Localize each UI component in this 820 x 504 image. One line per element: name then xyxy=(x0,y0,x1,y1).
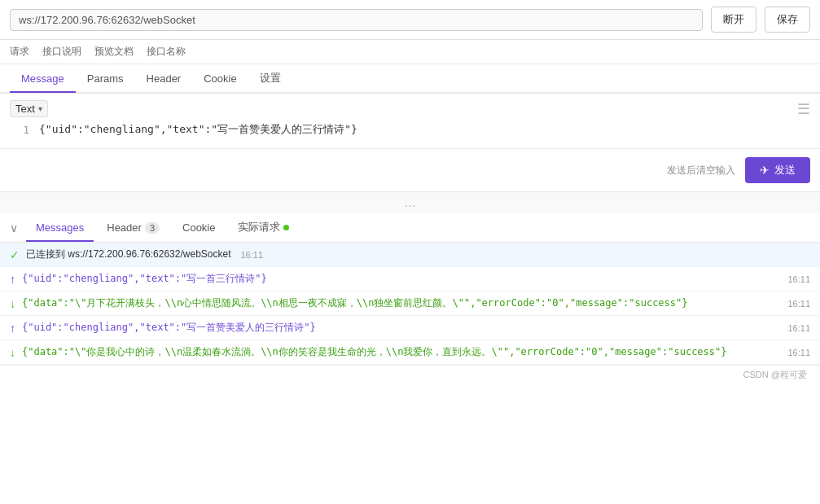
msg-time-0: 16:11 xyxy=(241,250,264,260)
footer-text: CSDN @程可爱 xyxy=(743,370,807,379)
message-row[interactable]: ↑ {"uid":"chengliang","text":"写一首三行情诗"} … xyxy=(0,267,820,291)
disconnect-button[interactable]: 断开 xyxy=(711,7,756,33)
send-label: 发送 xyxy=(774,163,796,177)
clear-label[interactable]: 发送后清空输入 xyxy=(667,164,735,177)
up-arrow-icon: ↑ xyxy=(10,322,15,335)
type-label: Text xyxy=(15,103,35,115)
msg-time-1: 16:11 xyxy=(787,274,810,284)
msg-time-2: 16:11 xyxy=(787,299,810,309)
messages-list: ✓ 已连接到 ws://172.200.96.76:62632/webSocke… xyxy=(0,243,820,365)
down-arrow-icon: ↓ xyxy=(10,297,15,310)
chevron-down-icon: ▾ xyxy=(38,104,42,113)
code-content[interactable]: {"uid":"chengliang","text":"写一首赞美爱人的三行情诗… xyxy=(39,122,357,137)
msg-content: {"data":"\"你是我心中的诗，\\n温柔如春水流淌。\\n你的笑容是我生… xyxy=(22,345,778,359)
message-area-wrapper: Text ▾ ☰ 1 {"uid":"chengliang","text":"写… xyxy=(0,94,820,149)
send-button[interactable]: ✈ 发送 xyxy=(745,157,810,183)
subnav-item-preview[interactable]: 预览文档 xyxy=(94,43,134,60)
collapse-icon[interactable]: ∨ xyxy=(10,221,18,234)
bottom-tab-messages[interactable]: Messages xyxy=(26,215,94,242)
subnav-item-description[interactable]: 接口说明 xyxy=(42,43,81,60)
url-bar: 断开 保存 xyxy=(0,0,820,40)
subnav-item-request[interactable]: 请求 xyxy=(10,43,29,60)
message-row[interactable]: ✓ 已连接到 ws://172.200.96.76:62632/webSocke… xyxy=(0,243,820,267)
url-input[interactable] xyxy=(10,9,703,31)
footer: CSDN @程可爱 xyxy=(0,365,820,384)
header-badge: 3 xyxy=(145,222,160,234)
format-icon[interactable]: ☰ xyxy=(797,100,810,118)
bottom-tab-cookie[interactable]: Cookie xyxy=(173,215,225,242)
msg-time-3: 16:11 xyxy=(787,323,810,333)
msg-time-4: 16:11 xyxy=(787,348,810,357)
code-line-1: 1 {"uid":"chengliang","text":"写一首赞美爱人的三行… xyxy=(10,117,810,142)
msg-content: {"uid":"chengliang","text":"写一首赞美爱人的三行情诗… xyxy=(22,321,778,335)
type-selector[interactable]: Text ▾ xyxy=(10,100,48,117)
message-row[interactable]: ↑ {"uid":"chengliang","text":"写一首赞美爱人的三行… xyxy=(0,316,820,340)
save-button[interactable]: 保存 xyxy=(765,7,810,33)
send-area: 发送后清空输入 ✈ 发送 xyxy=(0,149,820,191)
bottom-panel: ∨ Messages Header3 Cookie 实际请求 ✓ 已连接到 ws… xyxy=(0,213,820,365)
tab-header[interactable]: Header xyxy=(135,66,193,93)
bottom-tab-actual-request[interactable]: 实际请求 xyxy=(228,213,299,243)
line-number: 1 xyxy=(10,124,29,136)
bottom-tabs-row: ∨ Messages Header3 Cookie 实际请求 xyxy=(0,213,820,243)
tabs-row: Message Params Header Cookie 设置 xyxy=(0,64,820,94)
divider-dots: ... xyxy=(0,191,820,213)
check-icon: ✓ xyxy=(10,248,20,261)
sub-nav: 请求 接口说明 预览文档 接口名称 xyxy=(0,40,820,64)
bottom-tab-header[interactable]: Header3 xyxy=(97,215,169,242)
message-row[interactable]: ↓ {"data":"\"月下花开满枝头，\\n心中情思随风流。\\n相思一夜不… xyxy=(0,291,820,316)
tab-message[interactable]: Message xyxy=(10,66,76,93)
message-row[interactable]: ↓ {"data":"\"你是我心中的诗，\\n温柔如春水流淌。\\n你的笑容是… xyxy=(0,340,820,365)
up-arrow-icon: ↑ xyxy=(10,273,15,286)
tab-params[interactable]: Params xyxy=(76,66,135,93)
message-area: Text ▾ ☰ 1 {"uid":"chengliang","text":"写… xyxy=(0,94,820,149)
subnav-item-name[interactable]: 接口名称 xyxy=(147,43,186,60)
tab-settings[interactable]: 设置 xyxy=(248,64,292,94)
ws-url: ws://172.200.96.76:62632/webSocket xyxy=(68,248,230,260)
down-arrow-icon: ↓ xyxy=(10,346,15,359)
green-dot-icon xyxy=(283,225,289,230)
msg-content: {"data":"\"月下花开满枝头，\\n心中情思随风流。\\n相思一夜不成寐… xyxy=(22,296,778,310)
tab-cookie[interactable]: Cookie xyxy=(192,66,248,93)
send-icon: ✈ xyxy=(760,164,770,177)
msg-content: {"uid":"chengliang","text":"写一首三行情诗"} xyxy=(22,272,778,286)
